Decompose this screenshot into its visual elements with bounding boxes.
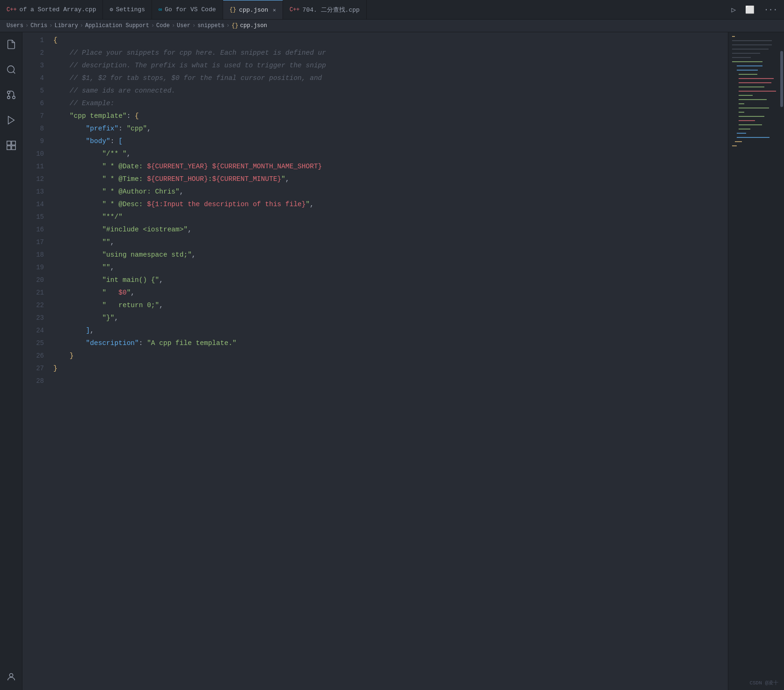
svg-rect-32 xyxy=(739,120,755,121)
val-21-pre: " xyxy=(53,287,118,299)
svg-rect-36 xyxy=(737,137,769,138)
dollar-12a: ${CURRENT_HOUR} xyxy=(147,173,208,185)
vertical-scrollbar[interactable] xyxy=(779,32,784,690)
code-line-12: " * @Time: ${CURRENT_HOUR}:${CURRENT_MIN… xyxy=(50,173,728,186)
svg-rect-38 xyxy=(732,145,737,146)
code-line-15: "**/" xyxy=(50,211,728,223)
comment-5: // same ids are connected. xyxy=(53,85,175,97)
tab-settings[interactable]: ⚙ Settings xyxy=(103,0,152,19)
svg-rect-9 xyxy=(11,146,15,150)
source-control-activity-icon[interactable] xyxy=(3,86,20,103)
breadcrumb: Users › Chris › Library › Application Su… xyxy=(0,20,784,32)
brace-close-27: } xyxy=(53,363,58,374)
code-line-5: // same ids are connected. xyxy=(50,85,728,97)
comment-2: // Place your snippets for cpp here. Eac… xyxy=(53,47,326,59)
val-14-end: " xyxy=(306,199,310,210)
svg-rect-30 xyxy=(739,112,744,113)
tab-label: Go for VS Code xyxy=(165,6,216,13)
run-button[interactable]: ▷ xyxy=(730,4,738,15)
svg-rect-22 xyxy=(739,78,774,79)
svg-rect-25 xyxy=(739,91,776,92)
breadcrumb-chris[interactable]: Chris xyxy=(30,22,47,29)
breadcrumb-sep-1: › xyxy=(25,22,29,29)
debug-activity-icon[interactable] xyxy=(3,112,20,129)
val-11-mid xyxy=(208,161,212,172)
key-prefix: "prefix" xyxy=(53,123,118,135)
breadcrumb-filename[interactable]: cpp.json xyxy=(240,22,267,29)
svg-point-10 xyxy=(9,674,13,677)
tab-704-cpp[interactable]: C++ 704. 二分查找.cpp xyxy=(283,0,367,19)
code-line-28 xyxy=(50,375,728,388)
extensions-activity-icon[interactable] xyxy=(3,137,20,154)
code-line-25: "description": "A cpp file template." xyxy=(50,337,728,350)
breadcrumb-app-support[interactable]: Application Support xyxy=(85,22,149,29)
breadcrumb-library[interactable]: Library xyxy=(54,22,78,29)
svg-rect-20 xyxy=(737,70,758,71)
breadcrumb-sep-4: › xyxy=(151,22,154,29)
svg-rect-34 xyxy=(739,129,750,129)
account-activity-icon[interactable] xyxy=(3,668,20,685)
code-line-3: // description. The prefix is what is us… xyxy=(50,59,728,72)
minimap-svg xyxy=(728,32,779,219)
arr-close-24: ] xyxy=(53,325,90,337)
code-line-17: "", xyxy=(50,236,728,249)
code-line-4: // $1, $2 for tab stops, $0 for the fina… xyxy=(50,72,728,85)
svg-point-2 xyxy=(12,96,15,99)
svg-marker-5 xyxy=(8,116,14,124)
val-11-pre: " * @Date: xyxy=(53,161,147,172)
brace-open-7: { xyxy=(135,110,139,122)
svg-rect-28 xyxy=(739,103,744,104)
settings-icon: ⚙ xyxy=(109,6,113,13)
tab-label: 704. 二分查找.cpp xyxy=(303,6,360,14)
svg-point-0 xyxy=(7,66,14,73)
val-12-mid: : xyxy=(208,173,212,185)
val-23: "}" xyxy=(53,312,115,324)
brace-close-26: } xyxy=(53,350,74,362)
svg-rect-12 xyxy=(732,36,735,37)
activity-bar xyxy=(0,32,22,690)
val-15: "**/" xyxy=(53,211,123,223)
breadcrumb-file-icon: {} xyxy=(232,22,238,29)
breadcrumb-sep-2: › xyxy=(49,22,52,29)
dollar-11b: ${CURRENT_MONTH_NAME_SHORT} xyxy=(212,161,322,172)
code-editor[interactable]: 1234567 891011121314 15161718192021 2223… xyxy=(22,32,784,690)
search-activity-icon[interactable] xyxy=(3,61,20,78)
breadcrumb-user[interactable]: User xyxy=(177,22,190,29)
line-numbers: 1234567 891011121314 15161718192021 2223… xyxy=(22,32,50,690)
val-14-pre: " * @Desc: xyxy=(53,199,147,210)
val-21-end: " xyxy=(127,287,131,299)
svg-rect-26 xyxy=(739,95,753,96)
breadcrumb-snippets[interactable]: snippets xyxy=(197,22,225,29)
val-10: "/** " xyxy=(53,148,127,160)
svg-rect-14 xyxy=(732,44,772,45)
comment-3: // description. The prefix is what is us… xyxy=(53,60,326,72)
main-area: 1234567 891011121314 15161718192021 2223… xyxy=(0,32,784,690)
code-line-7: "cpp template": { xyxy=(50,110,728,122)
scrollbar-thumb[interactable] xyxy=(780,51,783,107)
split-editor-button[interactable]: ⬜ xyxy=(743,4,756,15)
breadcrumb-code[interactable]: Code xyxy=(156,22,170,29)
editor-area: 1234567 891011121314 15161718192021 2223… xyxy=(22,32,784,690)
svg-line-1 xyxy=(13,72,15,73)
breadcrumb-sep-5: › xyxy=(172,22,175,29)
val-cpp: "cpp" xyxy=(127,123,147,135)
dollar-12b: ${CURRENT_MINUTE} xyxy=(212,173,281,185)
code-line-24: ], xyxy=(50,324,728,337)
svg-rect-6 xyxy=(7,141,10,145)
watermark: CSDN @凌十 xyxy=(749,679,778,686)
breadcrumb-users[interactable]: Users xyxy=(7,22,23,29)
close-tab-icon[interactable]: ✕ xyxy=(273,7,276,13)
tab-cpp-json[interactable]: {} cpp.json ✕ xyxy=(223,0,283,19)
comment-6: // Example: xyxy=(53,98,115,109)
val-17: "" xyxy=(53,237,110,248)
tab-bar: C++ of a Sorted Array.cpp ⚙ Settings ∞ G… xyxy=(0,0,784,20)
svg-rect-33 xyxy=(739,124,762,125)
val-16: "#include <iostream>" xyxy=(53,224,188,236)
val-13: " * @Author: Chris" xyxy=(53,186,180,198)
svg-rect-27 xyxy=(739,99,767,100)
tab-sorted-array[interactable]: C++ of a Sorted Array.cpp xyxy=(0,0,103,19)
files-activity-icon[interactable] xyxy=(3,36,20,53)
tab-go-vscode[interactable]: ∞ Go for VS Code xyxy=(152,0,223,19)
breadcrumb-sep-6: › xyxy=(192,22,196,29)
more-actions-button[interactable]: ··· xyxy=(762,5,779,15)
